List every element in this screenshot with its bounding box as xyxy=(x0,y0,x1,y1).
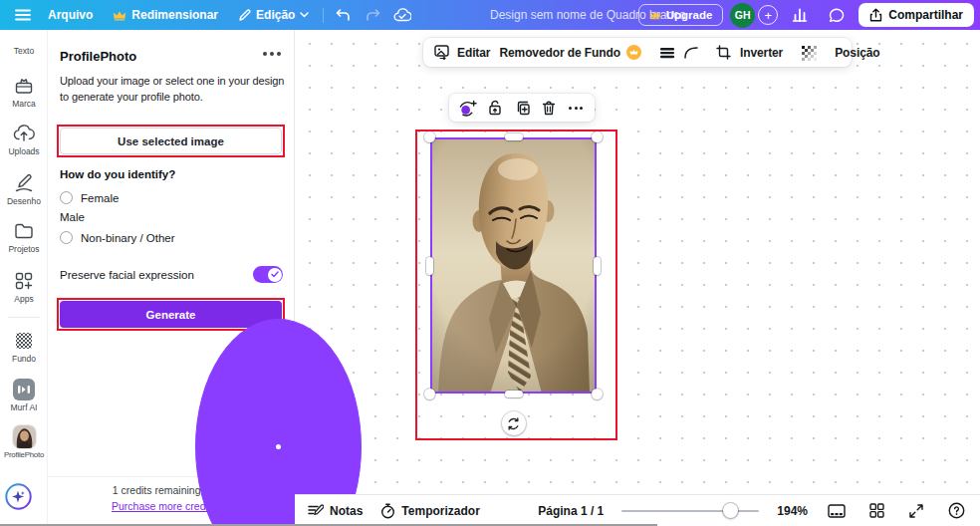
sidebar-item-projetos[interactable]: Projetos xyxy=(0,220,48,254)
pen-icon xyxy=(238,9,251,22)
murf-ai-icon xyxy=(13,379,35,400)
preserve-expression-label: Preserve facial expression xyxy=(60,269,194,281)
top-bar-right: Upgrade GH + Compartilhar xyxy=(638,0,974,30)
unlock-icon xyxy=(488,100,502,116)
resize-label: Redimensionar xyxy=(131,8,218,22)
generate-button[interactable]: Generate xyxy=(60,301,282,328)
radio-option-male[interactable]: Male xyxy=(60,211,85,223)
redo-button[interactable] xyxy=(358,0,387,30)
undo-button[interactable] xyxy=(328,0,358,30)
hamburger-icon xyxy=(15,9,31,21)
magic-edit-icon xyxy=(459,100,477,117)
comments-button[interactable] xyxy=(822,0,852,30)
sidebar-item-label: Apps xyxy=(14,294,33,304)
bar-chart-icon xyxy=(792,8,808,22)
redo-icon xyxy=(366,9,380,21)
fullscreen-icon xyxy=(909,504,923,518)
radio-label: Non-binary / Other xyxy=(81,232,175,244)
hamburger-menu-button[interactable] xyxy=(8,0,38,30)
top-bar-left: Arquivo Redimensionar Edição xyxy=(0,0,417,30)
preserve-expression-row: Preserve facial expression xyxy=(60,266,283,283)
file-menu-label: Arquivo xyxy=(48,8,93,22)
share-button[interactable]: Compartilhar xyxy=(858,3,974,27)
crop-button[interactable] xyxy=(716,45,731,60)
transparency-icon xyxy=(801,45,817,61)
more-actions-button[interactable] xyxy=(567,99,585,117)
whiteboard-canvas[interactable]: Editar Removedor de Fundo Inverter xyxy=(295,30,980,494)
zoom-slider[interactable] xyxy=(621,503,759,519)
sidebar-item-texto[interactable]: Texto xyxy=(0,46,48,56)
flip-button[interactable]: Inverter xyxy=(740,46,783,60)
adjust-levels-button[interactable] xyxy=(659,47,675,59)
resize-handle-right[interactable] xyxy=(594,257,601,275)
bg-remover-button[interactable]: Removedor de Fundo xyxy=(499,45,641,60)
pages-view-button[interactable] xyxy=(826,500,848,522)
sidebar-item-label: Marca xyxy=(12,99,36,109)
chat-bubble-icon xyxy=(829,8,845,23)
sidebar-item-label: Desenho xyxy=(7,196,41,206)
resize-handle-top-right[interactable] xyxy=(592,132,603,142)
canva-assistant-button[interactable] xyxy=(5,483,32,510)
fullscreen-button[interactable] xyxy=(905,500,927,522)
edit-image-label: Editar xyxy=(457,46,490,60)
sidebar-rail: Texto Marca Uploads Desenho Projetos App… xyxy=(0,30,48,526)
account-group: GH + xyxy=(730,3,778,28)
resize-handle-left[interactable] xyxy=(426,257,433,275)
editing-mode-button[interactable]: Edição xyxy=(228,0,319,30)
profilephoto-app-icon xyxy=(13,425,36,448)
sidebar-item-apps[interactable]: Apps xyxy=(0,270,48,304)
resize-handle-bottom[interactable] xyxy=(505,391,523,397)
zoom-slider-thumb[interactable] xyxy=(723,503,738,518)
rotate-icon xyxy=(507,417,520,430)
resize-handle-bottom-right[interactable] xyxy=(592,389,603,399)
add-member-button[interactable]: + xyxy=(758,5,778,25)
duplicate-button[interactable] xyxy=(513,99,531,117)
sidebar-item-desenho[interactable]: Desenho xyxy=(0,172,48,206)
magic-edit-button[interactable] xyxy=(459,99,477,117)
sidebar-item-marca[interactable]: Marca xyxy=(0,75,48,109)
insights-button[interactable] xyxy=(785,0,815,30)
cloud-save-status[interactable] xyxy=(387,0,417,30)
sidebar-item-profilephoto[interactable]: ProfilePhoto xyxy=(0,425,48,459)
radio-option-female[interactable]: Female xyxy=(60,191,119,204)
sidebar-item-murf-ai[interactable]: Murf AI xyxy=(0,379,48,412)
zoom-slider-track[interactable] xyxy=(621,510,759,512)
resize-handle-top-left[interactable] xyxy=(424,132,435,142)
sidebar-item-fundo[interactable]: Fundo xyxy=(0,330,48,364)
editing-mode-label: Edição xyxy=(256,8,295,22)
sidebar-item-label: ProfilePhoto xyxy=(4,450,44,459)
corner-rounding-button[interactable] xyxy=(684,47,698,59)
notes-label: Notas xyxy=(330,504,363,518)
resize-handle-top[interactable] xyxy=(505,133,523,140)
lock-button[interactable] xyxy=(486,99,504,117)
resize-button[interactable]: Redimensionar xyxy=(103,0,228,30)
file-menu-button[interactable]: Arquivo xyxy=(38,0,103,30)
resize-handle-bottom-left[interactable] xyxy=(424,389,435,399)
edit-photo-icon xyxy=(434,45,451,60)
edit-image-button[interactable]: Editar xyxy=(434,45,490,60)
transparency-button[interactable] xyxy=(801,45,817,61)
delete-button[interactable] xyxy=(540,99,558,117)
selected-image[interactable] xyxy=(430,137,597,394)
rotate-handle[interactable] xyxy=(502,411,526,435)
crop-icon xyxy=(716,45,731,60)
help-button[interactable] xyxy=(945,500,967,522)
more-options-icon[interactable] xyxy=(263,52,281,56)
preserve-expression-toggle[interactable] xyxy=(253,266,283,283)
page-indicator: Página 1 / 1 xyxy=(538,504,604,518)
sidebar-item-label: Murf AI xyxy=(11,402,38,412)
use-selected-image-button[interactable]: Use selected image xyxy=(60,128,282,154)
sidebar-item-uploads[interactable]: Uploads xyxy=(0,123,48,156)
radio-option-nonbinary[interactable]: Non-binary / Other xyxy=(60,231,175,244)
crown-icon xyxy=(649,10,661,20)
notes-button[interactable]: Notas xyxy=(308,504,363,518)
timer-button[interactable]: Temporizador xyxy=(380,503,479,519)
position-button[interactable]: Posição xyxy=(835,46,879,60)
help-icon xyxy=(948,502,965,519)
upgrade-button[interactable]: Upgrade xyxy=(638,4,724,26)
sparkle-icon xyxy=(5,483,32,510)
avatar[interactable]: GH xyxy=(730,3,755,28)
bottom-bar: Notas Temporizador Página 1 / 1 194% xyxy=(295,494,980,526)
grid-view-button[interactable] xyxy=(865,500,887,522)
purchase-credits-label: Purchase more credits xyxy=(112,500,216,512)
